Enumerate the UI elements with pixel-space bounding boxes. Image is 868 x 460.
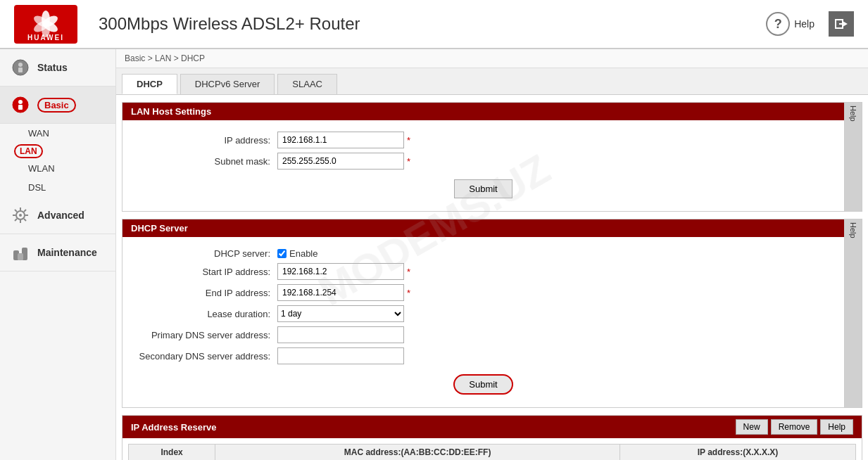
ip-reserve-actions: New Remove Help xyxy=(736,419,853,435)
table-col-mac: MAC address:(AA:BB:CC:DD:EE:FF) xyxy=(215,445,620,461)
header-right: ? Help xyxy=(766,11,854,37)
sidebar-item-maintenance[interactable]: Maintenance xyxy=(0,234,115,271)
layout: Status Basic WAN LAN WLAN DSL xyxy=(0,49,868,460)
logo-area: HUAWEI 300Mbps Wireless ADSL2+ Router xyxy=(14,5,360,44)
ip-address-label: IP address: xyxy=(122,135,277,146)
dhcp-server-section: DHCP Server DHCP server: Enable Start IP… xyxy=(122,219,862,408)
help-button[interactable]: ? Help xyxy=(766,12,814,36)
dhcp-enable-label: DHCP server: xyxy=(122,248,277,259)
start-ip-row: Start IP address: * xyxy=(122,263,844,280)
status-icon xyxy=(11,58,30,77)
end-ip-label: End IP address: xyxy=(122,288,277,298)
lease-duration-row: Lease duration: 1 day 2 days 3 days 7 da… xyxy=(122,305,844,322)
start-ip-input[interactable] xyxy=(277,263,404,280)
tab-bar: DHCP DHCPv6 Server SLAAC xyxy=(116,68,868,95)
tab-dhcpv6[interactable]: DHCPv6 Server xyxy=(180,74,275,94)
lan-host-header: LAN Host Settings xyxy=(122,103,844,120)
subnet-mask-label: Subnet mask: xyxy=(122,156,277,167)
sidebar-item-lan-wrap[interactable]: LAN xyxy=(0,143,115,159)
ip-reserve-title: IP Address Reserve xyxy=(131,422,216,433)
primary-dns-label: Primary DNS server address: xyxy=(122,330,277,340)
table-col-ip: IP address:(X.X.X.X) xyxy=(619,445,855,461)
logout-icon xyxy=(834,17,848,31)
primary-dns-input[interactable] xyxy=(277,326,404,343)
lan-host-submit-row: Submit xyxy=(122,174,844,204)
lan-host-section: LAN Host Settings IP address: * Subnet m… xyxy=(122,102,862,212)
lease-duration-label: Lease duration: xyxy=(122,309,277,319)
dhcp-server-title: DHCP Server xyxy=(131,223,188,234)
sidebar-item-basic[interactable]: Basic xyxy=(0,87,115,124)
secondary-dns-label: Secondary DNS server address: xyxy=(122,351,277,362)
ip-reserve-new-button[interactable]: New xyxy=(736,419,768,435)
svg-line-22 xyxy=(15,210,17,212)
dhcp-server-submit-row: Submit xyxy=(122,369,844,400)
lan-host-help-side[interactable]: Help xyxy=(844,103,862,211)
dhcp-server-submit-button[interactable]: Submit xyxy=(453,374,512,395)
end-ip-input[interactable] xyxy=(277,284,404,301)
sidebar-basic-label: Basic xyxy=(37,98,76,113)
svg-line-24 xyxy=(24,210,26,212)
sidebar: Status Basic WAN LAN WLAN DSL xyxy=(0,49,116,460)
start-ip-label: Start IP address: xyxy=(122,267,277,277)
sidebar-advanced-label: Advanced xyxy=(37,210,84,221)
ip-address-input[interactable] xyxy=(277,132,404,148)
ip-reserve-help-button[interactable]: Help xyxy=(820,419,853,435)
start-ip-required: * xyxy=(407,267,410,277)
svg-rect-15 xyxy=(18,105,23,110)
dhcp-server-form: DHCP server: Enable Start IP address: * xyxy=(122,237,844,407)
help-label: Help xyxy=(794,18,814,30)
maintenance-icon xyxy=(11,243,30,262)
svg-text:HUAWEI: HUAWEI xyxy=(27,34,64,41)
ip-reserve-section: IP Address Reserve New Remove Help Index xyxy=(122,415,862,460)
svg-line-25 xyxy=(15,219,17,221)
sidebar-maintenance-label: Maintenance xyxy=(37,247,97,258)
svg-line-23 xyxy=(24,219,26,221)
secondary-dns-input[interactable] xyxy=(277,347,404,364)
table-col-index: Index xyxy=(129,445,215,461)
dhcp-server-help-side[interactable]: Help xyxy=(844,219,862,407)
dhcp-server-header: DHCP Server xyxy=(122,219,844,237)
lease-duration-select[interactable]: 1 day 2 days 3 days 7 days xyxy=(277,305,404,322)
sidebar-lan-label: LAN xyxy=(14,144,43,158)
svg-point-14 xyxy=(18,100,23,104)
tab-dhcp[interactable]: DHCP xyxy=(122,74,177,94)
dhcp-enable-row: DHCP server: Enable xyxy=(122,248,844,259)
huawei-logo: HUAWEI xyxy=(14,5,77,44)
primary-dns-row: Primary DNS server address: xyxy=(122,326,844,343)
ip-reserve-header: IP Address Reserve New Remove Help xyxy=(122,416,862,438)
sidebar-item-wan[interactable]: WAN xyxy=(0,124,115,143)
sidebar-item-dsl[interactable]: DSL xyxy=(0,178,115,197)
ip-address-row: IP address: * xyxy=(122,132,844,148)
lan-host-title: LAN Host Settings xyxy=(131,106,211,117)
ip-reserve-table-area: Index MAC address:(AA:BB:CC:DD:EE:FF) IP… xyxy=(122,438,862,460)
svg-point-17 xyxy=(19,214,22,217)
logout-button[interactable] xyxy=(829,11,854,37)
header: HUAWEI 300Mbps Wireless ADSL2+ Router ? … xyxy=(0,0,868,49)
ip-required: * xyxy=(407,135,410,146)
svg-point-11 xyxy=(18,63,23,67)
end-ip-row: End IP address: * xyxy=(122,284,844,301)
lan-host-submit-button[interactable]: Submit xyxy=(454,179,512,198)
help-circle-icon: ? xyxy=(766,12,790,36)
sidebar-status-label: Status xyxy=(37,62,68,73)
sidebar-item-advanced[interactable]: Advanced xyxy=(0,197,115,234)
ip-reserve-table: Index MAC address:(AA:BB:CC:DD:EE:FF) IP… xyxy=(128,444,856,460)
secondary-dns-row: Secondary DNS server address: xyxy=(122,347,844,364)
svg-rect-28 xyxy=(18,253,23,260)
sidebar-item-status[interactable]: Status xyxy=(0,49,115,87)
basic-icon xyxy=(11,95,30,115)
dhcp-enable-text: Enable xyxy=(289,248,317,259)
subnet-mask-row: Subnet mask: * xyxy=(122,153,844,170)
sidebar-item-wlan[interactable]: WLAN xyxy=(0,159,115,178)
subnet-mask-input[interactable] xyxy=(277,153,404,170)
dhcp-enable-checkbox[interactable] xyxy=(277,249,287,258)
ip-reserve-remove-button[interactable]: Remove xyxy=(771,419,818,435)
tab-slaac[interactable]: SLAAC xyxy=(277,74,337,94)
page-title: 300Mbps Wireless ADSL2+ Router xyxy=(99,14,360,34)
main-content: Basic > LAN > DHCP DHCP DHCPv6 Server SL… xyxy=(116,49,868,460)
lan-host-form: IP address: * Subnet mask: * Submit xyxy=(122,120,844,211)
svg-rect-12 xyxy=(18,68,23,72)
end-ip-required: * xyxy=(407,288,410,298)
subnet-required: * xyxy=(407,156,410,167)
advanced-icon xyxy=(11,205,30,225)
